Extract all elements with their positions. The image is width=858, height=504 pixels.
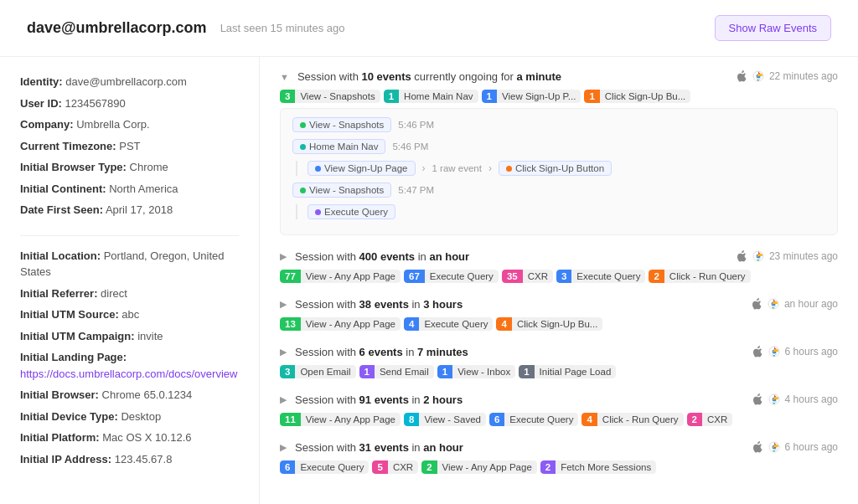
- session-tag: 4Execute Query: [404, 317, 493, 331]
- event-label: Click Sign-Up Button: [515, 163, 604, 173]
- expanded-event-tag: View - Snapshots: [292, 117, 391, 132]
- expanded-event-tag: Execute Query: [308, 204, 395, 219]
- session-tag: 2CXR: [687, 413, 733, 426]
- session-tag: 11View - Any App Page: [280, 413, 401, 426]
- session-header: ▶Session with 6 events in 7 minutes6 hou…: [280, 346, 838, 358]
- session-toggle-icon[interactable]: ▶: [280, 251, 287, 262]
- sidebar: Identity: dave@umbrellacorp.com User ID:…: [0, 57, 260, 504]
- location-row: Initial Location: Portland, Oregon, Unit…: [20, 248, 239, 280]
- session-title: Session with 400 events in an hour: [295, 250, 469, 263]
- session-title: Session with 6 events in 7 minutes: [295, 346, 468, 358]
- session-tags-row: 13View - Any App Page4Execute Query4Clic…: [280, 317, 838, 331]
- session-toggle-icon[interactable]: ▼: [280, 72, 289, 82]
- session-toggle-icon[interactable]: ▶: [280, 299, 287, 310]
- session-time-ago: 4 hours ago: [785, 393, 838, 405]
- session-tag: 6Execute Query: [280, 460, 369, 474]
- session-tag: 5CXR: [372, 460, 418, 474]
- session-tags-row: 77View - Any App Page67Execute Query35CX…: [280, 270, 838, 283]
- browser-type-value: Chrome: [130, 161, 168, 173]
- event-time: 5:47 PM: [398, 185, 434, 195]
- ip-row: Initial IP Address: 123.45.67.8: [20, 451, 239, 468]
- show-raw-events-button[interactable]: Show Raw Events: [715, 15, 832, 41]
- date-first-label: Date First Seen:: [20, 203, 103, 216]
- main-content: Identity: dave@umbrellacorp.com User ID:…: [0, 57, 858, 504]
- session-meta: 23 minutes ago: [736, 250, 838, 262]
- event-label: View - Snapshots: [309, 185, 384, 195]
- header: dave@umbrellacorp.com Last seen 15 minut…: [0, 0, 858, 57]
- session-expanded-content: View - Snapshots 5:46 PM Home Main Nav 5…: [280, 108, 838, 235]
- event-time: 5:46 PM: [392, 141, 428, 152]
- session-tag: 67Execute Query: [404, 270, 499, 283]
- identity-label: Identity:: [20, 75, 63, 88]
- device-row: Initial Device Type: Desktop: [20, 409, 239, 425]
- header-left: dave@umbrellacorp.com Last seen 15 minut…: [27, 19, 345, 37]
- session-item: ▶Session with 31 events in an hour6 hour…: [280, 441, 838, 474]
- session-header: ▶Session with 31 events in an hour6 hour…: [280, 441, 838, 454]
- session-item: ▶Session with 38 events in 3 hoursan hou…: [280, 298, 838, 331]
- page-wrapper: dave@umbrellacorp.com Last seen 15 minut…: [0, 0, 858, 504]
- session-title: Session with 91 events in 2 hours: [295, 393, 463, 406]
- browser-value: Chrome 65.0.1234: [102, 388, 193, 401]
- platform-value: Mac OS X 10.12.6: [102, 431, 191, 444]
- session-tag: 13View - Any App Page: [280, 317, 401, 331]
- session-toggle-icon[interactable]: ▶: [280, 347, 287, 357]
- session-item: ▶Session with 400 events in an hour23 mi…: [280, 250, 838, 283]
- utm-campaign-label: Initial UTM Campaign:: [20, 330, 135, 342]
- sessions-panel: ▼Session with 10 events currently ongoin…: [260, 57, 858, 504]
- expanded-sub-row: Execute Query: [296, 204, 825, 219]
- session-tag: 3View - Snapshots: [280, 90, 380, 103]
- session-tag: 35CXR: [502, 270, 553, 283]
- session-header: ▶Session with 91 events in 2 hours4 hour…: [280, 393, 838, 406]
- expanded-row: Home Main Nav 5:46 PM: [292, 139, 825, 154]
- session-meta: 4 hours ago: [752, 393, 838, 405]
- session-meta: 6 hours ago: [752, 346, 838, 357]
- session-meta: an hour ago: [751, 298, 838, 310]
- session-time-ago: 22 minutes ago: [769, 70, 838, 82]
- device-label: Initial Device Type:: [20, 410, 118, 423]
- session-tag: 1Home Main Nav: [384, 90, 478, 103]
- expanded-event-tag: View - Snapshots: [292, 183, 391, 198]
- browser-type-row: Initial Browser Type: Chrome: [20, 159, 239, 176]
- userid-row: User ID: 1234567890: [20, 95, 239, 112]
- session-tag: 8View - Saved: [404, 413, 486, 426]
- session-time-ago: 6 hours ago: [785, 441, 838, 453]
- session-toggle-icon[interactable]: ▶: [280, 442, 287, 453]
- referrer-row: Initial Referrer: direct: [20, 285, 239, 302]
- expanded-event-tag: Click Sign-Up Button: [499, 161, 612, 176]
- user-email: dave@umbrellacorp.com: [27, 19, 207, 37]
- event-dot-icon: [300, 188, 306, 193]
- utm-campaign-value: invite: [137, 330, 163, 342]
- session-meta: 6 hours ago: [752, 441, 838, 453]
- landing-page-row: Initial Landing Page: https://docs.umbre…: [20, 349, 239, 382]
- continent-value: North America: [109, 183, 178, 195]
- event-label: Execute Query: [324, 207, 388, 217]
- session-tags-row: 11View - Any App Page8View - Saved6Execu…: [280, 413, 838, 426]
- ip-value: 123.45.67.8: [115, 453, 173, 465]
- session-title: Session with 38 events in 3 hours: [295, 298, 463, 311]
- arrow-icon: ›: [488, 162, 492, 174]
- event-label: Home Main Nav: [309, 141, 378, 152]
- landing-page-link[interactable]: https://docs.umbrellacorp.com/docs/overv…: [20, 368, 237, 380]
- company-row: Company: Umbrella Corp.: [20, 116, 239, 133]
- browser-label: Initial Browser:: [20, 388, 99, 401]
- browser-row: Initial Browser: Chrome 65.0.1234: [20, 387, 239, 404]
- sidebar-divider-1: [20, 235, 239, 236]
- userid-label: User ID:: [20, 97, 62, 110]
- session-tag: 6Execute Query: [489, 413, 578, 426]
- last-seen: Last seen 15 minutes ago: [220, 22, 345, 34]
- session-item: ▶Session with 91 events in 2 hours4 hour…: [280, 393, 838, 426]
- device-value: Desktop: [121, 410, 161, 423]
- ip-label: Initial IP Address:: [20, 453, 111, 465]
- session-header-left: ▶Session with 38 events in 3 hours: [280, 298, 463, 311]
- session-header-left: ▶Session with 31 events in an hour: [280, 441, 463, 454]
- session-tag: 1Send Email: [359, 365, 434, 378]
- session-meta: 22 minutes ago: [736, 70, 838, 82]
- session-toggle-icon[interactable]: ▶: [280, 394, 287, 405]
- date-first-value: April 17, 2018: [106, 203, 173, 216]
- utm-source-label: Initial UTM Source:: [20, 308, 119, 321]
- expanded-flow-row: View Sign-Up Page › 1 raw event › Click …: [296, 161, 825, 176]
- session-tag: 4Click Sign-Up Bu...: [496, 317, 602, 331]
- browser-type-label: Initial Browser Type:: [20, 161, 127, 173]
- identity-value: dave@umbrellacorp.com: [65, 75, 187, 88]
- session-header: ▶Session with 38 events in 3 hoursan hou…: [280, 298, 838, 311]
